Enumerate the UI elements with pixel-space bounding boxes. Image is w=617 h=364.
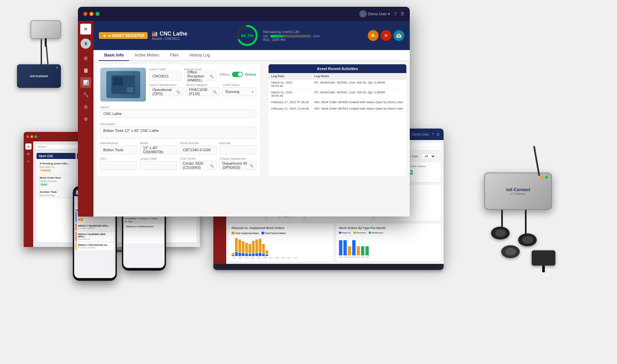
asset-form-fields: Asset Code* CNC0011 Parent Asset Of (149, 68, 256, 101)
phone-list-item[interactable]: WEEKLY BURNING MNA WHG... Schedule info (76, 232, 114, 242)
legend-planned: Total Unplanned Maint. (232, 232, 259, 234)
kanban-sidebar-home[interactable]: ⊞ (25, 151, 31, 157)
kanban-maximize-dot[interactable] (35, 135, 37, 138)
action-btn-2[interactable]: ✕ (381, 30, 391, 41)
maint-type-filter[interactable]: All (421, 153, 436, 159)
user-menu[interactable]: 👤 Demo User ▾ (359, 10, 390, 18)
back-to-register-button[interactable]: ◄ ◄ ASSET REGISTER (99, 32, 148, 39)
kanban-card[interactable]: Another Task More info here (38, 189, 74, 198)
laptop-username: Demo User (412, 133, 429, 136)
unspc-input[interactable] (140, 161, 177, 170)
unspc-label: Unspc Code (140, 157, 177, 160)
tab-basic-info[interactable]: Basic Info (99, 50, 129, 61)
phone-item-title: WEEKLY FISH RATION 30... (78, 244, 113, 246)
status-dropdown-icon[interactable]: ▾ (252, 90, 253, 94)
menu-icon[interactable]: ☰ (401, 12, 404, 16)
maximize-dot[interactable] (95, 12, 100, 16)
activity-row: February 27, 2022 07:18:32 WO: Work Orde… (269, 99, 406, 106)
monitor-topbar: 👤 Demo User ▾ ? ☰ (78, 7, 410, 21)
card-title: Work Order Item (40, 176, 72, 179)
tab-active-meters[interactable]: Active Meters (129, 50, 165, 61)
parent-asset-input[interactable]: Office Reception (RM001) 🔍 (184, 72, 216, 81)
user-dropdown-icon[interactable]: ▾ (388, 12, 390, 16)
laptop-help-icon[interactable]: ? (432, 133, 434, 136)
cost-center-input[interactable]: Center 3020 (CS10043) 🔍 (180, 161, 217, 170)
action-btn-3[interactable]: 📅 (393, 30, 404, 41)
asset-tab-bar: Basic Info Active Meters Files History L… (93, 50, 410, 61)
topbar-icons: 👤 Demo User ▾ ? ☰ (359, 10, 404, 18)
by-type-legend: Repair Or... Preventive... Maintenance..… (339, 232, 438, 234)
minimize-dot[interactable] (89, 12, 93, 16)
tab-files[interactable]: Files (165, 50, 184, 61)
description-field-group: Description Bolton Tools 13" x 40" CNC L… (100, 120, 256, 139)
kanban-sidebar-list[interactable]: ≡ (25, 158, 31, 164)
name-input[interactable]: CNC Lathe (100, 110, 256, 118)
user-avatar: 👤 (359, 10, 367, 18)
parent-asset-search-icon[interactable]: 🔍 (209, 74, 213, 78)
desktop-monitor: 👤 Demo User ▾ ? ☰ iX 👤 ⊞ 📋 📊 🔧 ⚙ ⚙ (78, 7, 410, 217)
help-icon[interactable]: ? (394, 12, 397, 16)
tab-history-log[interactable]: History Log (184, 50, 215, 61)
asset-code-input[interactable]: CNC0011 (149, 72, 182, 81)
card-title: Another Task (40, 190, 72, 194)
status-chart-title: Statuses of Maintenance (126, 225, 162, 228)
sidebar-item-settings2[interactable]: ⚙ (80, 114, 91, 124)
by-type-x-labels: 4093 4093 2467 4093 2467 2467 2467 (339, 256, 438, 258)
name-label: Name* (100, 106, 110, 109)
x-label: 2649 (256, 257, 261, 259)
status-label: Asset Status (222, 83, 256, 87)
asset-page-header: ◄ ◄ ASSET REGISTER 🏭 CNC Lathe Assets › … (93, 21, 410, 50)
serial-number-input[interactable]: CBT1340-6-GSK (180, 145, 217, 154)
classification-search-icon[interactable]: 🔍 (176, 90, 180, 94)
charge-dept-search-icon[interactable]: 🔍 (249, 164, 253, 167)
kanban-card[interactable]: A Pending action title... Meta data info… (38, 160, 74, 174)
manufacturer-input[interactable]: Bolton Tools (100, 145, 137, 154)
kanban-card[interactable]: Work Order Item Details row here Open (38, 175, 74, 188)
phone-item-title: WEEKLY SQUEEGEE MRA... (78, 225, 113, 227)
iox-label-top: ioX-Connect (30, 74, 48, 78)
device-cable-2 (525, 210, 527, 237)
iox-device-top-left: ioX-Connect (10, 20, 78, 88)
by-type-chart-title: Work Orders By Type Per Month (339, 226, 438, 230)
asset-category-field: Asset Category* FRAC1030 (F120) 🔍 (186, 83, 220, 96)
model-label: Model (140, 141, 177, 145)
form-row-2: Asset Classification* Operational (OPS) … (149, 83, 256, 96)
sidebar-item-home[interactable]: ⊞ (80, 53, 91, 64)
close-dot[interactable] (83, 12, 87, 16)
classification-input[interactable]: Operational (OPS) 🔍 (149, 87, 183, 96)
barcode-input[interactable] (219, 145, 256, 154)
rul-min-value: 500 (263, 35, 268, 38)
device-led (545, 176, 548, 179)
laptop-menu-icon[interactable]: ☰ (437, 133, 440, 136)
legend-cafeteria: Cafeteria (125, 218, 136, 220)
charge-dept-input[interactable]: Department 40 (DP93920) 🔍 (219, 161, 256, 170)
kanban-close-dot[interactable] (26, 135, 29, 138)
category-search-icon[interactable]: 🔍 (213, 90, 217, 94)
chart-legend: Total Unplanned Maint. Total Planned Mai… (232, 232, 331, 234)
asset-breadcrumb: Assets › CNC0011 (152, 37, 187, 41)
category-input[interactable]: FRAC1030 (F120) 🔍 (186, 87, 220, 96)
cost-center-label: Cost Center (180, 157, 217, 160)
action-btn-1[interactable]: 🔔 (368, 30, 379, 41)
kanban-minimize-dot[interactable] (30, 135, 33, 138)
cost-center-search-icon[interactable]: 🔍 (210, 164, 214, 167)
x-label: 1103 (293, 257, 298, 259)
sidebar-item-dashboard[interactable]: 📊 (80, 77, 91, 88)
rul-bar-row: 500 1500 (263, 35, 320, 38)
status-input[interactable]: Running ▾ (222, 87, 256, 96)
online-status-toggle[interactable]: Offline Online (219, 72, 256, 77)
phone-list-item[interactable]: WEEKLY FISH RATION 30... Recurring sched… (76, 243, 114, 250)
toggle-switch[interactable] (232, 72, 243, 77)
sku-input[interactable] (100, 161, 137, 170)
sidebar-item-settings[interactable]: ⚙ (80, 101, 91, 112)
current-clamp-2 (518, 233, 537, 246)
model-input[interactable]: 13" x 40" GSK980TBc (140, 145, 177, 154)
toggle-thumb (238, 72, 242, 76)
clamp-inner-3 (505, 248, 516, 255)
description-input[interactable]: Bolton Tools 13" x 40" CNC Lathe (100, 127, 256, 139)
sidebar-item-assets[interactable]: 📋 (80, 65, 91, 76)
phone-list-item[interactable]: WEEKLY SQUEEGEE MRA... Due date: 01/2022 (76, 223, 114, 231)
phone-item-meta: Due date: 01/2022 (78, 227, 113, 229)
x-label: 4093 (352, 256, 356, 258)
sidebar-item-work-orders[interactable]: 🔧 (80, 89, 91, 100)
